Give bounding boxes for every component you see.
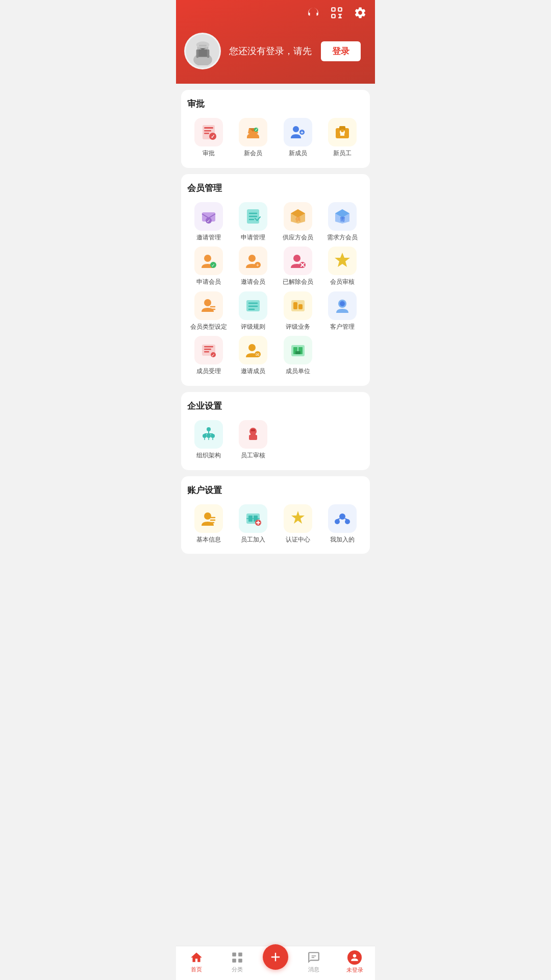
- new-staff-item[interactable]: + 新成员: [277, 118, 319, 158]
- svg-text:需: 需: [340, 216, 345, 222]
- certification-label: 认证中心: [286, 536, 310, 544]
- invite-member-icon: +: [239, 247, 267, 275]
- svg-text:+: +: [256, 262, 259, 268]
- customer-management-icon: [328, 291, 357, 320]
- joined-icon: [328, 504, 357, 533]
- svg-point-45: [248, 255, 256, 262]
- svg-rect-60: [291, 300, 305, 311]
- svg-rect-17: [204, 133, 209, 134]
- login-button[interactable]: 登录: [321, 41, 361, 61]
- svg-text:✓: ✓: [255, 128, 258, 132]
- apply-member-item[interactable]: ✓ 申请会员: [187, 247, 230, 286]
- svg-text:✓: ✓: [211, 263, 215, 268]
- svg-rect-66: [204, 346, 213, 348]
- account-settings-section: 账户设置 基本信息: [181, 476, 370, 554]
- svg-rect-13: [199, 44, 207, 46]
- svg-point-81: [203, 434, 207, 438]
- member-management-grid: ✓ 邀请管理 申请管理: [187, 202, 364, 376]
- employee-review-item[interactable]: 员工审核: [232, 420, 275, 460]
- customer-management-label: 客户管理: [330, 323, 355, 331]
- supplier-member-item[interactable]: 供 供应方会员: [277, 202, 319, 242]
- invite-member-label: 邀请会员: [241, 278, 265, 286]
- approval-grid: ✓ 审批 ✓ 新会员: [187, 118, 364, 158]
- approval-title: 审批: [187, 98, 364, 110]
- svg-rect-11: [207, 49, 209, 57]
- svg-text:✓: ✓: [207, 218, 211, 223]
- not-login-text: 您还没有登录，请先: [229, 45, 312, 57]
- avatar: [184, 33, 221, 69]
- new-member-item[interactable]: ✓ 新会员: [232, 118, 275, 158]
- joined-item[interactable]: 我加入的: [321, 504, 364, 544]
- svg-point-92: [204, 512, 211, 520]
- svg-rect-28: [340, 132, 344, 136]
- removed-member-item[interactable]: 已解除会员: [277, 247, 319, 286]
- demand-member-label: 需求方会员: [327, 234, 358, 242]
- rating-rules-label: 评级规则: [241, 323, 265, 331]
- basic-info-label: 基本信息: [196, 536, 221, 544]
- member-unit-item[interactable]: 成员单位: [277, 336, 319, 376]
- header-top: [176, 0, 375, 27]
- customer-management-item[interactable]: 客户管理: [321, 291, 364, 331]
- new-member-icon-box: ✓: [239, 118, 267, 146]
- new-employee-item[interactable]: 新员工: [321, 118, 364, 158]
- certification-icon: [284, 504, 312, 533]
- new-employee-label: 新员工: [333, 150, 352, 158]
- invite-staff-label: 邀请成员: [241, 368, 265, 376]
- certification-item[interactable]: 认证中心: [277, 504, 319, 544]
- account-settings-grid: 基本信息 员工加入: [187, 504, 364, 544]
- apply-management-label: 申请管理: [241, 234, 265, 242]
- page-content: 审批 ✓ 审批: [176, 90, 375, 601]
- new-staff-label: 新成员: [289, 150, 307, 158]
- headset-icon[interactable]: [307, 6, 320, 22]
- approval-label: 审批: [203, 150, 215, 158]
- svg-rect-15: [204, 127, 213, 129]
- supplier-member-label: 供应方会员: [283, 234, 313, 242]
- employee-review-label: 员工审核: [241, 452, 265, 460]
- member-review-item[interactable]: 会员审核: [321, 247, 364, 286]
- new-staff-icon-box: +: [284, 118, 312, 146]
- svg-rect-2: [332, 14, 335, 18]
- svg-rect-68: [204, 351, 209, 353]
- svg-point-42: [204, 255, 211, 262]
- demand-member-item[interactable]: 需 需求方会员: [321, 202, 364, 242]
- svg-rect-90: [249, 435, 257, 440]
- member-review-icon: [328, 247, 357, 275]
- svg-point-83: [211, 434, 215, 438]
- removed-member-label: 已解除会员: [283, 278, 313, 286]
- invite-member-item[interactable]: + 邀请会员: [232, 247, 275, 286]
- svg-rect-91: [251, 429, 255, 431]
- org-structure-label: 组织架构: [196, 452, 221, 460]
- invite-management-icon: ✓: [194, 202, 223, 231]
- invite-staff-item[interactable]: ✉ 邀请成员: [232, 336, 275, 376]
- member-unit-label: 成员单位: [286, 368, 310, 376]
- org-structure-item[interactable]: 组织架构: [187, 420, 230, 460]
- svg-marker-52: [335, 253, 350, 267]
- apply-management-item[interactable]: 申请管理: [232, 202, 275, 242]
- invite-staff-icon: ✉: [239, 336, 267, 364]
- member-unit-icon: [284, 336, 312, 364]
- settings-icon[interactable]: [354, 6, 367, 22]
- rating-business-item[interactable]: 评级业务: [277, 291, 319, 331]
- org-structure-icon: [194, 420, 223, 449]
- member-management-section: 会员管理 ✓ 邀请管理: [181, 174, 370, 386]
- svg-rect-0: [332, 8, 335, 11]
- apply-member-label: 申请会员: [196, 278, 221, 286]
- member-acceptance-item[interactable]: ✓ 成员受理: [187, 336, 230, 376]
- member-type-item[interactable]: 会员类型设定: [187, 291, 230, 331]
- new-employee-icon-box: [328, 118, 357, 146]
- enterprise-settings-title: 企业设置: [187, 400, 364, 412]
- svg-text:✓: ✓: [211, 134, 215, 139]
- svg-point-53: [204, 299, 211, 306]
- svg-point-82: [207, 434, 211, 438]
- approval-item[interactable]: ✓ 审批: [187, 118, 230, 158]
- basic-info-item[interactable]: 基本信息: [187, 504, 230, 544]
- svg-rect-10: [196, 49, 198, 57]
- rating-business-label: 评级业务: [286, 323, 310, 331]
- scan-icon[interactable]: [330, 6, 343, 22]
- member-acceptance-label: 成员受理: [196, 368, 221, 376]
- rating-rules-item[interactable]: 评级规则: [232, 291, 275, 331]
- joined-label: 我加入的: [330, 536, 355, 544]
- svg-rect-62: [298, 304, 303, 309]
- employee-join-item[interactable]: 员工加入: [232, 504, 275, 544]
- invite-management-item[interactable]: ✓ 邀请管理: [187, 202, 230, 242]
